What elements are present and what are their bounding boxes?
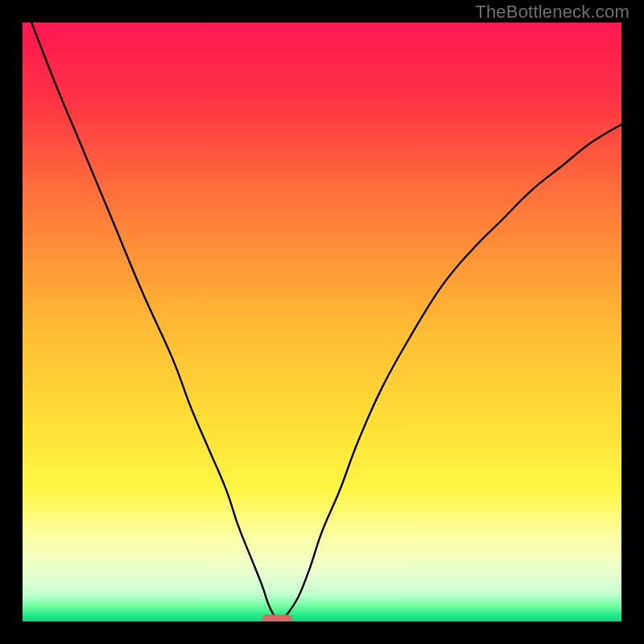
min-marker: [262, 615, 292, 621]
chart-frame: TheBottleneck.com: [0, 0, 644, 644]
chart-svg: [23, 23, 621, 621]
plot-area: [23, 23, 621, 621]
watermark-text: TheBottleneck.com: [475, 2, 630, 23]
